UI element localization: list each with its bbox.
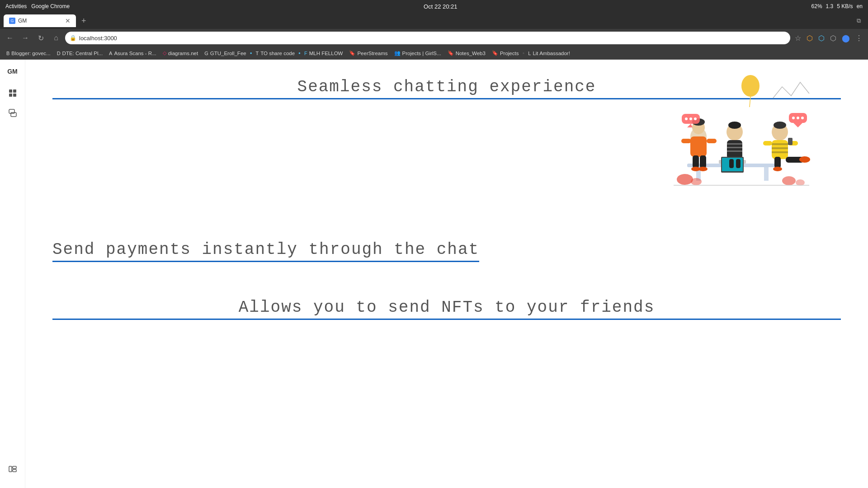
- bookmark-mlh[interactable]: F MLH FELLOW: [302, 50, 346, 57]
- gtu-favicon: G: [204, 51, 208, 56]
- bookmark-gtu[interactable]: G GTU_Eroll_Fee: [202, 50, 249, 57]
- svg-rect-45: [772, 151, 788, 153]
- bookmark-dot-1: ●: [250, 51, 252, 55]
- browser-tabs-bar: G GM ✕ + ⧉: [0, 13, 868, 29]
- browser-name-label: Google Chrome: [31, 3, 70, 9]
- svg-point-23: [698, 167, 708, 171]
- svg-point-60: [782, 176, 796, 185]
- browser-nav-bar: ← → ↻ ⌂ 🔒 localhost:3000 ☆ ⬡ ⬡ ⬡ ⬤ ⋮: [0, 29, 868, 47]
- svg-rect-32: [727, 143, 742, 145]
- url-text: localhost:3000: [79, 35, 117, 42]
- feature-3-title: Allows you to send NFTs to your friends: [52, 298, 841, 320]
- lit-favicon: L: [528, 51, 531, 56]
- svg-rect-20: [693, 155, 699, 168]
- svg-rect-52: [788, 138, 793, 145]
- svg-rect-7: [13, 466, 16, 469]
- svg-rect-13: [764, 167, 769, 181]
- svg-point-59: [691, 178, 702, 185]
- svg-point-41: [774, 122, 786, 129]
- main-content: Seamless chatting experience: [25, 60, 868, 488]
- bookmark-projects[interactable]: 🔖 Projects: [489, 49, 522, 57]
- network-down: 1.3: [826, 3, 834, 9]
- bookmark-asura[interactable]: A Asura Scans - R...: [106, 50, 159, 57]
- profile-icon[interactable]: ⬤: [840, 32, 852, 44]
- feature-3-title-wrapper: Allows you to send NFTs to your friends: [52, 298, 841, 320]
- extension-icon-orange[interactable]: ⬡: [805, 32, 815, 44]
- girlscript-favicon: 👥: [394, 50, 401, 56]
- chat-illustration-svg: [660, 73, 814, 200]
- extension-icon-puzzle[interactable]: ⬡: [828, 32, 838, 44]
- svg-rect-39: [736, 159, 741, 168]
- home-button[interactable]: ⌂: [50, 32, 62, 44]
- svg-rect-0: [9, 89, 12, 93]
- svg-point-27: [689, 117, 692, 120]
- bookmark-diagrams[interactable]: ◇ diagrams.net: [160, 49, 201, 57]
- bookmark-lit-ambassador[interactable]: L Lit Ambassador!: [525, 50, 573, 57]
- bookmarks-bar: B Blogger: govec... D DTE: Central Pl...…: [0, 47, 868, 60]
- bookmark-share-code[interactable]: T TO share code: [253, 50, 298, 57]
- browser-tab-active[interactable]: G GM ✕: [4, 14, 76, 27]
- svg-point-61: [796, 179, 805, 186]
- blogger-favicon: B: [6, 51, 9, 56]
- mlh-favicon: F: [304, 51, 307, 56]
- extension-icon-blue[interactable]: ⬡: [816, 32, 826, 44]
- svg-line-10: [750, 97, 750, 107]
- notes-favicon: 🔖: [448, 50, 454, 56]
- app-logo: GM: [7, 65, 18, 78]
- feature-section-3: Allows you to send NFTs to your friends: [52, 298, 841, 320]
- bookmark-notes-web3[interactable]: 🔖 Notes_Web3: [445, 49, 488, 57]
- bookmark-star-icon[interactable]: ☆: [793, 32, 803, 44]
- chat-illustration-container: [660, 73, 814, 200]
- tab-close-button[interactable]: ✕: [65, 17, 71, 24]
- projects-favicon: 🔖: [492, 50, 498, 56]
- bookmark-peerstreams[interactable]: 🔖 PeerStreams: [346, 49, 390, 57]
- bookmark-blogger[interactable]: B Blogger: govec...: [4, 50, 53, 57]
- svg-point-49: [799, 156, 810, 163]
- svg-rect-21: [700, 155, 706, 168]
- menu-dots-icon[interactable]: ⋮: [854, 32, 864, 44]
- os-topbar-left: Activities Google Chrome: [5, 3, 70, 9]
- svg-point-57: [801, 117, 804, 119]
- feature-section-2: Send payments instantly through the chat: [52, 240, 841, 262]
- svg-marker-54: [793, 123, 802, 127]
- bookmark-dte[interactable]: D DTE: Central Pl...: [54, 50, 105, 57]
- activities-label[interactable]: Activities: [5, 3, 27, 9]
- tab-favicon: G: [9, 18, 15, 24]
- dte-favicon: D: [57, 51, 61, 56]
- svg-rect-50: [774, 157, 781, 168]
- app-container: GM: [0, 60, 868, 488]
- forward-button[interactable]: →: [19, 32, 32, 44]
- sidebar: GM: [0, 60, 25, 488]
- svg-rect-43: [772, 143, 788, 145]
- window-restore-button[interactable]: ⧉: [857, 17, 861, 24]
- svg-rect-3: [13, 94, 16, 97]
- tab-title: GM: [18, 18, 27, 24]
- battery-status: 62%: [811, 3, 822, 9]
- peerstreams-favicon: 🔖: [349, 50, 355, 56]
- svg-rect-19: [707, 139, 717, 143]
- svg-rect-2: [9, 94, 12, 97]
- bookmark-girlscript[interactable]: 👥 Projects | GirlS...: [392, 49, 444, 57]
- sidebar-chat-icon[interactable]: [5, 105, 21, 121]
- address-bar[interactable]: 🔒 localhost:3000: [65, 32, 790, 44]
- svg-point-26: [685, 117, 688, 120]
- svg-point-58: [677, 174, 693, 185]
- os-status-area: 62% 1.3 5 KB/s en: [811, 3, 863, 9]
- asura-favicon: A: [109, 51, 112, 56]
- svg-rect-38: [729, 159, 734, 168]
- svg-rect-8: [13, 469, 16, 472]
- os-clock: Oct 22 20:21: [424, 3, 457, 10]
- new-tab-button[interactable]: +: [78, 16, 90, 26]
- svg-point-56: [797, 117, 799, 119]
- lang-indicator: en: [857, 3, 863, 9]
- lock-icon: 🔒: [70, 35, 76, 41]
- svg-point-9: [741, 75, 760, 97]
- svg-rect-34: [727, 150, 742, 152]
- sidebar-bottom: [5, 461, 21, 483]
- back-button[interactable]: ←: [4, 32, 16, 44]
- reload-button[interactable]: ↻: [34, 32, 47, 44]
- svg-rect-42: [772, 140, 788, 159]
- sidebar-grid-icon[interactable]: [5, 85, 21, 101]
- svg-point-55: [792, 117, 795, 119]
- sidebar-layout-icon[interactable]: [5, 461, 21, 477]
